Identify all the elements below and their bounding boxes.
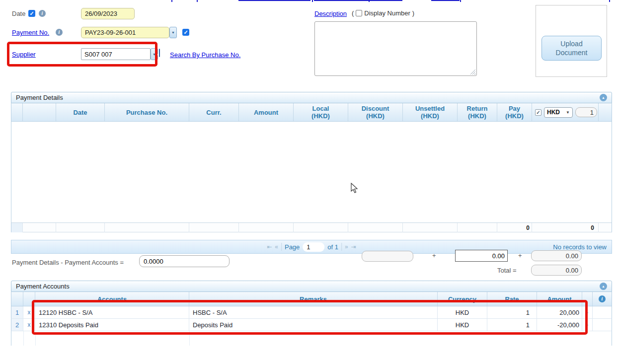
payment-no-checkbox[interactable]: ✓ [182,29,189,36]
currency-select[interactable]: HKD▼ [544,107,573,118]
col-discount-hkd[interactable]: Discount(HKD) [348,103,403,121]
row-number: 2 [11,319,23,331]
date-input[interactable] [81,8,135,19]
account-row-2[interactable]: 2 x 12310 Deposits Paid Deposits Paid HK… [11,319,612,331]
reconcile-difference-input[interactable] [139,255,230,267]
info-icon: i [599,295,606,302]
rate-cell[interactable]: 1 [487,306,537,318]
amount-cell[interactable]: -20,000 [537,319,582,331]
col-remarks[interactable]: Remarks [189,292,438,306]
search-by-purchase-link[interactable]: Search By Purchase No. [170,51,240,59]
col-rate[interactable]: Rate [487,292,537,306]
total-label: Total = [497,267,517,274]
payment-entry-page: Date ✓ i Payment No. i ▼ ✓ Supplier ▼ Se… [0,0,617,364]
payment-no-link[interactable]: Payment No. [12,29,49,36]
currency-cell[interactable]: HKD [438,319,487,331]
col-return-hkd[interactable]: Return(HKD) [458,103,497,121]
footer-pay-total: 0 [497,223,532,232]
payment-details-footer-row: 0 0 [11,222,612,232]
payment-no-input[interactable] [81,27,169,38]
page-input[interactable] [303,242,324,252]
row-marker-icon[interactable]: ▸ [582,306,593,318]
upload-document-button[interactable]: Upload Document [541,36,602,61]
display-number-checkbox[interactable] [356,10,362,16]
description-link[interactable]: Description [314,10,347,17]
col-filler [599,103,612,121]
display-number-label: Display Number [364,9,410,17]
page-of-label: of 1 [327,243,338,251]
resize-handle-icon[interactable] [470,69,475,74]
delete-row-icon[interactable]: x [23,306,35,318]
prev-page-icon[interactable]: « [275,244,278,250]
payment-details-header-row: Date Purchase No. Curr. Amount Local(HKD… [11,103,612,122]
mouse-cursor [351,183,359,194]
col-accounts[interactable]: Accounts [35,292,189,306]
payment-details-panel-header: Payment Details ▲ [11,92,612,103]
last-page-icon[interactable]: ⇥ [351,244,356,250]
next-page-icon[interactable]: » [345,244,348,250]
reconcile-adjust-input[interactable] [455,250,508,262]
col-amount[interactable]: Amount [537,292,582,306]
row-marker-icon[interactable]: ▸ [582,319,593,331]
payment-accounts-panel-header: Payment Accounts ▲ [11,281,612,292]
col-local-hkd[interactable]: Local(HKD) [294,103,348,121]
payment-accounts-header-row: Accounts Remarks Currency Rate Amount i [11,292,612,306]
search-icon[interactable] [159,49,160,57]
payment-details-title: Payment Details [16,94,63,101]
plus-sign-1: + [432,252,436,259]
plus-sign-2: + [518,252,522,259]
chevron-down-icon: ▼ [566,109,570,116]
payment-no-info-icon[interactable]: i [56,29,63,36]
first-page-icon[interactable]: ⇤ [267,244,272,250]
col-amount[interactable]: Amount [239,103,294,121]
col-unsettled-hkd[interactable]: Unsettled(HKD) [403,103,458,121]
col-currency-controls: ✓ HKD▼ 1 [532,103,599,121]
payment-accounts-empty-area [11,331,612,346]
col-date[interactable]: Date [56,103,105,121]
col-currency[interactable]: Currency [438,292,487,306]
remarks-cell[interactable]: HSBC - S/A [189,306,438,318]
display-number-paren-close: ) [412,9,414,17]
display-number-paren-open: ( [352,9,354,17]
supplier-input[interactable] [81,48,151,60]
page-label: Page [285,243,300,251]
account-cell[interactable]: 12310 Deposits Paid [35,319,189,331]
exchange-rate-field: 1 [575,107,597,117]
row-number: 1 [11,306,23,318]
total-field: 0.00 [531,265,582,276]
date-label: Date [12,10,25,17]
rate-cell[interactable]: 1 [487,319,537,331]
account-row-1[interactable]: 1 x 12120 HSBC - S/A HSBC - S/A HKD 1 20… [11,306,612,319]
footer-amount-total: 0 [532,223,599,232]
remarks-cell[interactable]: Deposits Paid [189,319,438,331]
description-textarea[interactable] [314,21,477,76]
col-curr[interactable]: Curr. [189,103,239,121]
currency-cell[interactable]: HKD [438,306,487,318]
col-purchase-no[interactable]: Purchase No. [105,103,189,121]
col-blank [23,103,56,121]
header-currency-checkbox[interactable]: ✓ [535,109,541,116]
reconcile-formula-label: Payment Details - Payment Accounts = [12,259,124,266]
reconcile-other-field: 0.00 [531,250,582,261]
payment-accounts-title: Payment Accounts [16,283,70,290]
date-checkbox[interactable]: ✓ [28,10,35,17]
account-cell[interactable]: 12120 HSBC - S/A [35,306,189,318]
records-status: No records to view [553,243,612,251]
supplier-link[interactable]: Supplier [12,51,36,58]
delete-row-icon[interactable]: x [23,319,35,331]
col-select [11,103,23,121]
reconcile-blank-field [362,251,413,262]
payment-no-dropdown-icon[interactable]: ▼ [169,27,177,38]
col-info: i [593,292,612,306]
col-pay-hkd[interactable]: Pay(HKD) [497,103,532,121]
payment-details-body[interactable] [11,122,612,222]
collapse-panel-icon[interactable]: ▲ [600,283,607,290]
amount-cell[interactable]: 20,000 [537,306,582,318]
date-info-icon[interactable]: i [39,10,46,17]
collapse-panel-icon[interactable]: ▲ [600,94,607,101]
